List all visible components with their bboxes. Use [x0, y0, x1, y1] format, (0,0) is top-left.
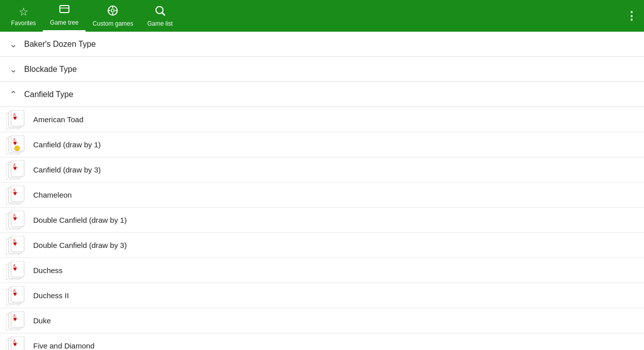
svg-rect-0 [60, 6, 69, 13]
card-icon-duchess-ii: ♥ A [6, 286, 26, 305]
card-icon-american-toad: ♥ A [6, 110, 26, 129]
svg-point-20 [15, 146, 20, 151]
game-five-and-diamond-label: Five and Diamond [33, 341, 95, 350]
content-area: ⌄ Baker's Dozen Type ⌄ Blockade Type ⌃ C… [0, 32, 644, 350]
chevron-up-icon: ⌃ [8, 89, 18, 100]
card-icon-canfield-draw-3: ♥ A [6, 160, 26, 180]
svg-text:A: A [13, 238, 16, 243]
chevron-down-icon: ⌄ [8, 39, 18, 50]
svg-line-9 [162, 13, 165, 15]
card-icon-double-canfield-draw-1: ♥ A [6, 211, 26, 230]
game-american-toad[interactable]: ♥ A American Toad [0, 107, 644, 132]
svg-text:A: A [13, 137, 16, 142]
category-canfield-label: Canfield Type [24, 90, 73, 99]
game-chameleon-label: Chameleon [33, 191, 72, 199]
game-canfield-draw-3[interactable]: ♥ A Canfield (draw by 3) [0, 157, 644, 183]
game-duchess-label: Duchess [33, 266, 62, 275]
card-icon-chameleon: ♥ A [6, 186, 26, 205]
category-blockade[interactable]: ⌄ Blockade Type [0, 57, 644, 82]
favorites-icon: ☆ [19, 6, 29, 19]
nav-favorites[interactable]: ☆ Favorites [4, 2, 43, 31]
game-duchess-ii-label: Duchess II [33, 291, 69, 300]
custom-games-icon [107, 5, 118, 19]
nav-game-tree[interactable]: Game tree [43, 0, 86, 32]
nav-game-list[interactable]: Game list [140, 1, 180, 31]
card-icon-duke: ♥ A [6, 311, 26, 330]
game-canfield-draw-1-label: Canfield (draw by 1) [33, 140, 101, 149]
game-double-canfield-draw-3[interactable]: ♥ A Double Canfield (draw by 3) [0, 233, 644, 258]
game-duke-label: Duke [33, 316, 51, 325]
svg-text:A: A [13, 213, 16, 218]
svg-point-3 [111, 9, 114, 12]
game-chameleon[interactable]: ♥ A Chameleon [0, 183, 644, 208]
game-canfield-draw-1[interactable]: ♥ A Canfield (draw by 1) [0, 132, 644, 157]
svg-text:A: A [13, 288, 16, 293]
game-double-canfield-draw-1-label: Double Canfield (draw by 1) [33, 216, 127, 224]
game-double-canfield-draw-1[interactable]: ♥ A Double Canfield (draw by 1) [0, 208, 644, 233]
app-container: ☆ Favorites Game tree [0, 0, 644, 350]
game-five-and-diamond[interactable]: ♥ A Five and Diamond [0, 333, 644, 350]
category-canfield[interactable]: ⌃ Canfield Type [0, 82, 644, 107]
nav-custom-games[interactable]: Custom games [86, 1, 140, 31]
card-icon-canfield-draw-1: ♥ A [6, 135, 26, 154]
more-button[interactable]: ⋮ [626, 10, 638, 23]
chevron-down-icon: ⌄ [8, 64, 18, 75]
game-canfield-draw-3-label: Canfield (draw by 3) [33, 165, 101, 174]
category-bakers-dozen[interactable]: ⌄ Baker's Dozen Type [0, 32, 644, 57]
nav-favorites-label: Favorites [11, 20, 36, 27]
header: ☆ Favorites Game tree [0, 0, 644, 32]
game-american-toad-label: American Toad [33, 115, 84, 124]
card-icon-five-and-diamond: ♥ A [6, 336, 26, 351]
game-double-canfield-draw-3-label: Double Canfield (draw by 3) [33, 241, 127, 249]
category-bakers-dozen-label: Baker's Dozen Type [24, 40, 96, 49]
game-duke[interactable]: ♥ A Duke [0, 308, 644, 333]
svg-text:A: A [13, 112, 16, 117]
card-icon-double-canfield-draw-3: ♥ A [6, 236, 26, 255]
game-tree-icon [59, 4, 70, 18]
category-blockade-label: Blockade Type [24, 65, 77, 74]
svg-text:A: A [13, 188, 16, 193]
game-duchess[interactable]: ♥ A Duchess [0, 258, 644, 283]
svg-text:A: A [13, 313, 16, 318]
svg-text:A: A [13, 338, 16, 343]
svg-text:A: A [13, 162, 16, 167]
card-icon-duchess: ♥ A [6, 261, 26, 280]
svg-text:A: A [13, 263, 16, 268]
nav-game-list-label: Game list [147, 20, 173, 27]
nav-game-tree-label: Game tree [50, 19, 78, 26]
game-duchess-ii[interactable]: ♥ A Duchess II [0, 283, 644, 308]
game-list-icon [154, 5, 166, 19]
nav-custom-games-label: Custom games [93, 20, 133, 27]
